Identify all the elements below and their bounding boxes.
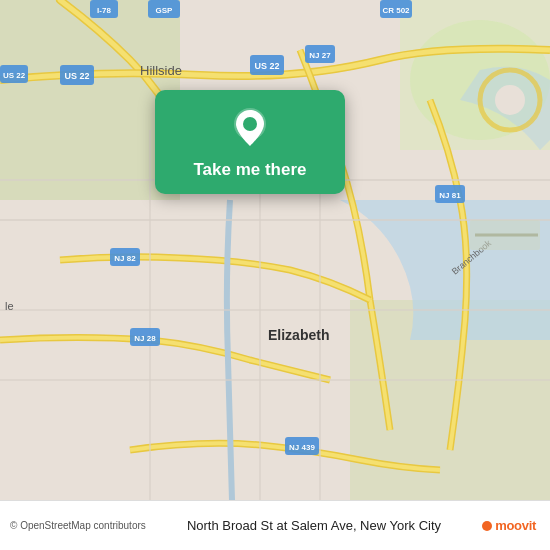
svg-text:CR 502: CR 502 <box>382 6 410 15</box>
svg-text:NJ 81: NJ 81 <box>439 191 461 200</box>
svg-text:NJ 28: NJ 28 <box>134 334 156 343</box>
svg-text:Hillside: Hillside <box>140 63 182 78</box>
svg-text:le: le <box>5 300 14 312</box>
location-pin-icon <box>228 106 272 150</box>
svg-text:US 22: US 22 <box>64 71 89 81</box>
attribution-text: © OpenStreetMap contributors <box>10 520 146 531</box>
moovit-logo: moovit <box>482 518 536 533</box>
svg-text:US 22: US 22 <box>3 71 26 80</box>
map-background: US 22 US 22 US 22 NJ 27 NJ 81 NJ 82 NJ 2… <box>0 0 550 500</box>
map-container: US 22 US 22 US 22 NJ 27 NJ 81 NJ 82 NJ 2… <box>0 0 550 500</box>
popup-label: Take me there <box>193 160 306 180</box>
svg-text:NJ 82: NJ 82 <box>114 254 136 263</box>
svg-point-41 <box>495 85 525 115</box>
svg-text:GSP: GSP <box>156 6 174 15</box>
moovit-dot-icon <box>482 521 492 531</box>
location-name: North Broad St at Salem Ave, New York Ci… <box>156 518 472 533</box>
moovit-logo-text: moovit <box>495 518 536 533</box>
svg-text:NJ 439: NJ 439 <box>289 443 315 452</box>
svg-point-43 <box>243 117 257 131</box>
svg-text:I-78: I-78 <box>97 6 111 15</box>
svg-text:US 22: US 22 <box>254 61 279 71</box>
popup-card[interactable]: Take me there <box>155 90 345 194</box>
svg-rect-1 <box>0 0 180 200</box>
svg-text:NJ 27: NJ 27 <box>309 51 331 60</box>
svg-text:Elizabeth: Elizabeth <box>268 327 329 343</box>
bottom-bar: © OpenStreetMap contributors North Broad… <box>0 500 550 550</box>
